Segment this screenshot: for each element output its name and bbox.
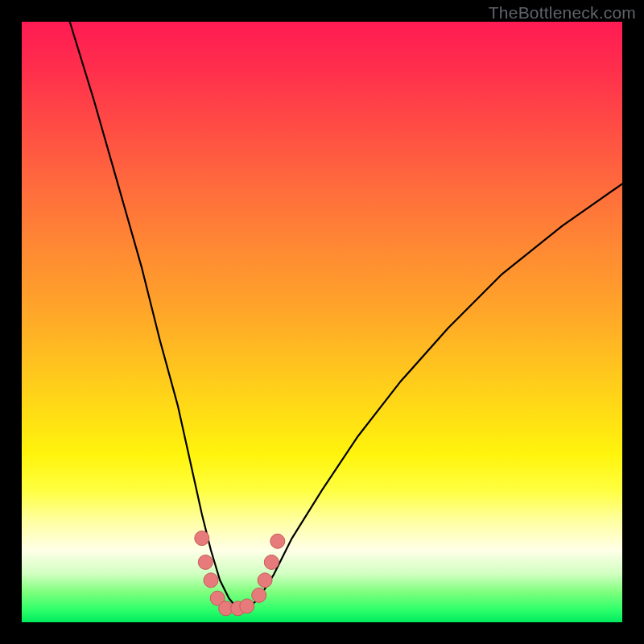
- marker-point: [252, 588, 266, 602]
- chart-frame: TheBottleneck.com: [0, 0, 644, 644]
- highlight-markers: [195, 531, 285, 616]
- marker-point: [264, 555, 279, 569]
- watermark-text: TheBottleneck.com: [489, 3, 636, 23]
- marker-point: [270, 534, 285, 548]
- marker-point: [195, 531, 209, 546]
- chart-svg: [22, 22, 622, 622]
- marker-point: [204, 573, 218, 588]
- marker-point: [240, 599, 254, 613]
- marker-point: [258, 573, 272, 588]
- marker-point: [198, 555, 213, 569]
- plot-area: [22, 22, 622, 622]
- bottleneck-curve: [70, 22, 622, 609]
